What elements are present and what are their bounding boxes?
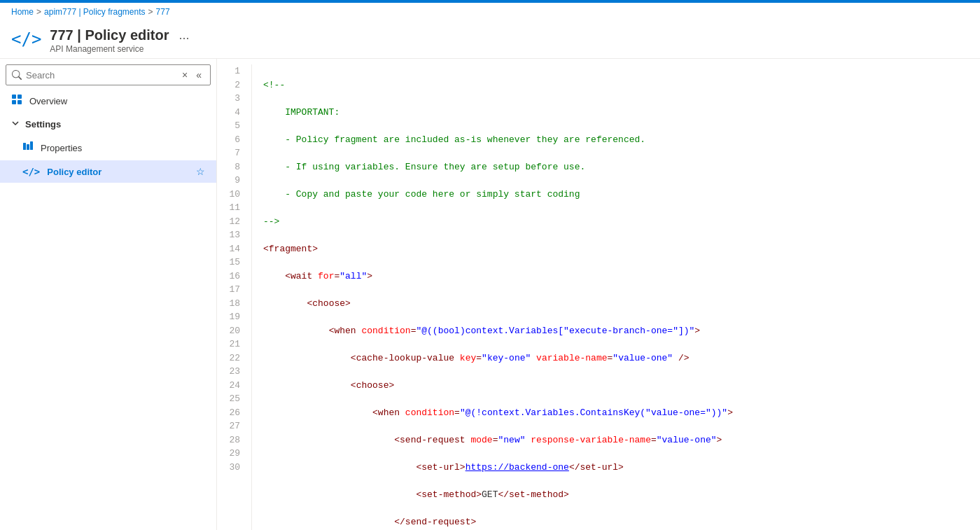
sidebar-item-policy-editor[interactable]: </> Policy editor ☆ [0,160,216,183]
breadcrumb-home[interactable]: Home [11,7,34,17]
code-line-8: <wait for="all"> [263,270,974,284]
search-box[interactable]: × « [6,64,211,85]
properties-icon [22,141,34,155]
sidebar-item-properties[interactable]: Properties [0,135,216,160]
svg-rect-5 [27,144,29,150]
code-line-12: <choose> [263,379,974,393]
code-line-1: <!-- [263,78,974,92]
sidebar-settings-label: Settings [25,119,61,130]
line-numbers: 12345 678910 1112131415 1617181920 21222… [217,64,252,530]
page-subtitle: API Management service [50,44,193,54]
search-controls: × « [179,68,204,82]
svg-rect-3 [18,100,22,104]
code-line-9: <choose> [263,297,974,311]
code-line-3: - Policy fragment are included as-is whe… [263,133,974,147]
svg-rect-4 [23,143,26,150]
breadcrumb: Home > apim777 | Policy fragments > 777 [0,3,980,21]
more-options-button[interactable]: ... [174,27,193,44]
sidebar-item-overview[interactable]: Overview [0,88,216,113]
page-header-text: 777 | Policy editor ... API Management s… [50,27,193,54]
page-header: </> 777 | Policy editor ... API Manageme… [0,21,980,58]
main-layout: × « Overview Settings [0,58,980,530]
policy-editor-icon: </> [11,29,41,49]
breadcrumb-sep-1: > [36,7,41,17]
breadcrumb-777[interactable]: 777 [156,7,170,17]
policy-editor-nav-icon: </> [22,166,40,177]
code-line-14: <send-request mode="new" response-variab… [263,433,974,447]
code-line-4: - If using variables. Ensure they are se… [263,160,974,174]
code-editor: 12345 678910 1112131415 1617181920 21222… [217,59,980,530]
breadcrumb-apim[interactable]: apim777 | Policy fragments [44,7,146,17]
sidebar-properties-label: Properties [41,143,82,153]
code-line-5: - Copy and paste your code here or simpl… [263,188,974,202]
svg-rect-2 [12,100,16,104]
search-collapse-button[interactable]: « [193,68,204,82]
chevron-down-icon [11,119,20,130]
breadcrumb-sep-2: > [148,7,153,17]
code-content: <!-- IMPORTANT: - Policy fragment are in… [258,64,980,530]
code-line-6: --> [263,215,974,229]
svg-rect-1 [18,95,22,99]
star-button[interactable]: ☆ [196,166,205,177]
code-line-17: </send-request> [263,515,974,529]
code-line-10: <when condition="@((bool)context.Variabl… [263,324,974,338]
sidebar-policy-editor-label: Policy editor [47,167,102,177]
code-line-16: <set-method>GET</set-method> [263,488,974,502]
code-line-2: IMPORTANT: [263,106,974,120]
page-title: 777 | Policy editor ... [50,27,193,44]
code-line-7: <fragment> [263,242,974,256]
code-line-13: <when condition="@(!context.Variables.Co… [263,406,974,420]
overview-icon [11,94,22,108]
search-icon [12,70,22,80]
editor-area[interactable]: 12345 678910 1112131415 1617181920 21222… [217,59,980,530]
svg-rect-0 [12,95,16,99]
sidebar: × « Overview Settings [0,59,217,530]
sidebar-overview-label: Overview [29,96,67,106]
search-clear-button[interactable]: × [179,68,190,82]
code-line-15: <set-url>https://backend-one</set-url> [263,461,974,475]
search-input[interactable] [26,70,175,81]
svg-rect-6 [30,141,33,150]
code-line-11: <cache-lookup-value key="key-one" variab… [263,351,974,365]
sidebar-settings-header[interactable]: Settings [0,113,216,135]
